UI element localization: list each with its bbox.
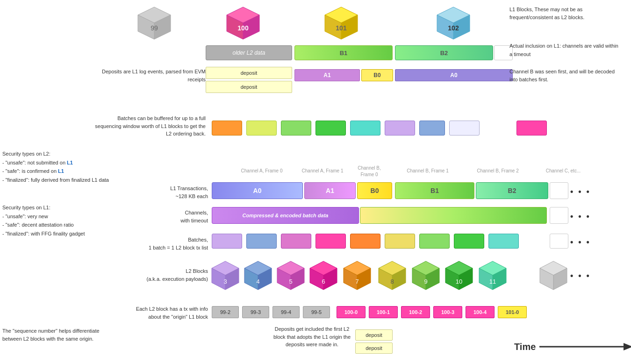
origin-100-2: 100-2 <box>401 306 430 318</box>
batch-rect-8 <box>449 121 480 136</box>
batch-9 <box>488 234 519 249</box>
batch-rect-2 <box>246 121 277 136</box>
l2-block-6: 6 <box>308 259 339 292</box>
origin-100-1: 100-1 <box>369 306 398 318</box>
batch-1 <box>212 234 242 249</box>
svg-text:5: 5 <box>289 278 292 285</box>
deposits-l2-note: Deposits get included the first L2 block… <box>271 325 353 349</box>
svg-text:99: 99 <box>151 24 158 32</box>
batch-2 <box>246 234 277 249</box>
deposit-box-1: deposit <box>206 67 292 79</box>
channel-b1-bar: B1 <box>294 45 393 60</box>
compressed-encoded-bar: Compressed & encoded batch data <box>212 207 359 224</box>
l1-tx-b0: B0 <box>357 182 392 199</box>
svg-text:102: 102 <box>448 24 459 32</box>
svg-text:4: 4 <box>256 278 259 285</box>
time-label: Time <box>514 342 536 352</box>
actual-inclusion-note: Actual inclusion on L1: channels are val… <box>509 42 622 58</box>
l2-block-7: 7 <box>341 259 373 292</box>
main-diagram: 99 100 101 102 L1 Blocks, These may not <box>0 0 631 364</box>
l2-block-5: 5 <box>275 259 307 292</box>
security-l2-safe: - "safe": is confirmed on L1 <box>2 167 161 176</box>
security-l2: Security types on L2: - "unsafe": not su… <box>2 150 161 185</box>
batches-buffered-note: Batches can be buffered for up to a full… <box>91 114 206 138</box>
channel-2-bar <box>360 207 547 224</box>
origin-101-0: 101-0 <box>498 306 527 318</box>
svg-text:7: 7 <box>355 278 359 285</box>
l1-block-101: 101 <box>323 5 360 43</box>
l1-tx-a1: A1 <box>304 182 356 199</box>
batch-5 <box>350 234 380 249</box>
channel-b0-deposit-bar: B0 <box>361 69 393 81</box>
l1-tx-b2: B2 <box>476 182 548 199</box>
frame-label-c: Channel C, etc... <box>540 168 587 173</box>
channel-b-note: Channel B was seen first, and will be de… <box>509 68 622 83</box>
channel-b2-bar: B2 <box>395 45 493 60</box>
security-l2-unsafe: - "unsafe": not submitted on L1 <box>2 158 161 167</box>
origin-100-4: 100-4 <box>466 306 495 318</box>
origin-99-2: 99-2 <box>212 306 239 318</box>
deposit-bottom-1: deposit <box>355 329 393 341</box>
security-l1-safe: - "safe": decent attestation ratio <box>2 221 161 229</box>
batch-7 <box>419 234 450 249</box>
frame-label-a0: Channel A, Frame 0 <box>234 168 290 173</box>
batch-10 <box>550 234 568 249</box>
l2-block-empty <box>538 259 569 292</box>
frame-label-b1: Channel B, Frame 1 <box>395 168 460 173</box>
l1-tx-dots: • • • <box>570 187 591 197</box>
channel-a1-deposit-bar: A1 <box>294 69 360 81</box>
svg-text:100: 100 <box>237 24 249 32</box>
channel-3-bar <box>550 207 568 224</box>
l2-blocks-dots: • • • <box>570 271 591 281</box>
l1-transactions-label: L1 Transactions,~128 KB each <box>140 185 208 200</box>
batch-rect-3 <box>281 121 311 136</box>
deposits-description: Deposits are L1 log events, parsed from … <box>91 68 206 83</box>
origin-99-3: 99-3 <box>242 306 269 318</box>
security-l2-title: Security types on L2: <box>2 150 161 158</box>
origin-100-0: 100-0 <box>337 306 366 318</box>
security-l1-title: Security types on L1: <box>2 203 161 212</box>
deposit-bottom-2: deposit <box>355 343 393 354</box>
l2-block-3: 3 <box>209 259 241 292</box>
l2-blocks-label: L2 Blocks(a.k.a. execution payloads) <box>117 267 208 283</box>
batch-rect-4 <box>316 121 346 136</box>
l2-block-4: 4 <box>242 259 274 292</box>
security-l2-finalized: - "finalized": fully derived from finali… <box>2 176 161 185</box>
l1-block-102: 102 <box>435 5 472 43</box>
l1-block-100: 100 <box>224 5 262 43</box>
batch-rect-7 <box>419 121 445 136</box>
l2-origin-info: Each L2 block has a tx with infoabout th… <box>117 305 208 321</box>
time-arrow: Time <box>514 341 631 352</box>
origin-99-5: 99-5 <box>303 306 330 318</box>
channel-a0-deposit-bar: A0 <box>395 69 513 81</box>
frame-label-a1: Channel A, Frame 1 <box>297 168 348 173</box>
svg-text:3: 3 <box>223 278 227 285</box>
batch-8 <box>454 234 484 249</box>
batch-rect-9 <box>516 121 547 136</box>
l1-blocks-note: L1 Blocks, These may not be as frequent/… <box>509 6 622 21</box>
origin-100-3: 100-3 <box>433 306 462 318</box>
channels-dots: • • • <box>570 212 591 221</box>
batch-3 <box>281 234 311 249</box>
svg-text:8: 8 <box>390 278 394 285</box>
security-l1-finalized: - "finalized": with FFG finality gadget <box>2 229 161 238</box>
deposit-box-2: deposit <box>206 81 292 93</box>
l2-block-9: 9 <box>410 259 442 292</box>
svg-text:10: 10 <box>456 278 462 285</box>
l1-tx-a0: A0 <box>212 182 303 199</box>
batch-rect-1 <box>212 121 242 136</box>
l2-block-8: 8 <box>376 259 408 292</box>
svg-text:101: 101 <box>336 24 347 32</box>
batch-rect-6 <box>385 121 415 136</box>
sequence-number-note: The "sequence number" helps differentiat… <box>2 327 115 343</box>
l2-block-10: 10 <box>443 259 475 292</box>
l1-block-99: 99 <box>136 5 173 43</box>
batch-6 <box>385 234 415 249</box>
l2-block-11: 11 <box>477 259 509 292</box>
l1-tx-extra <box>550 182 568 199</box>
frame-label-b2: Channel B, Frame 2 <box>467 168 528 173</box>
svg-text:6: 6 <box>322 278 325 285</box>
svg-text:11: 11 <box>489 278 496 285</box>
batches-row-label: Batches,1 batch = 1 L2 block tx list <box>117 236 208 251</box>
origin-99-4: 99-4 <box>272 306 300 318</box>
